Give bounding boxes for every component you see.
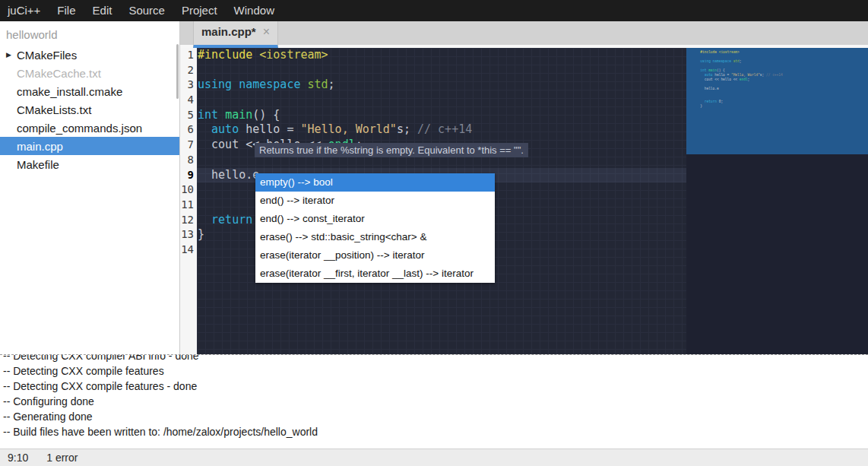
file-label: CMakeLists.txt: [17, 103, 91, 116]
line-number: 4: [180, 93, 197, 108]
output-line: -- Detecting CXX compiler ABI info - don…: [3, 354, 868, 363]
file-label: Makefile: [17, 158, 59, 171]
completion-item[interactable]: erase(iterator __position) --> iterator: [255, 246, 495, 265]
expander-icon[interactable]: ▶: [6, 51, 11, 59]
line-number: 5: [180, 108, 197, 123]
output-line: -- Detecting CXX compile features - done: [3, 379, 868, 394]
menu-item-file[interactable]: File: [49, 0, 84, 21]
line-number-gutter: 1234567891011121314: [180, 48, 197, 354]
completion-item[interactable]: empty() --> bool: [255, 173, 495, 192]
close-icon[interactable]: ×: [263, 26, 270, 38]
line-number: 3: [180, 78, 197, 93]
line-number: 10: [180, 182, 197, 198]
project-name: helloworld: [0, 21, 179, 46]
file-label: compile_commands.json: [17, 122, 142, 135]
build-output: -- Detecting CXX compiler ABI info - don…: [0, 354, 868, 449]
sidebar-item-compile-commands-json[interactable]: compile_commands.json: [0, 119, 179, 137]
status-bar: 9:10 1 error: [0, 449, 868, 466]
line-number: 1: [180, 48, 197, 63]
menu-item-edit[interactable]: Edit: [84, 0, 121, 21]
line-number: 8: [180, 153, 197, 168]
file-tree: ▶CMakeFilesCMakeCache.txtcmake_install.c…: [0, 46, 179, 173]
menu-item-juci-[interactable]: juCi++: [0, 0, 49, 21]
sidebar: helloworld ▶CMakeFilesCMakeCache.txtcmak…: [0, 21, 180, 354]
sidebar-item-makefile[interactable]: Makefile: [0, 155, 179, 173]
line-number: 12: [180, 213, 197, 228]
output-line: -- Generating done: [3, 409, 868, 424]
sidebar-item-main-cpp[interactable]: main.cpp: [0, 137, 179, 155]
code-line-1: #include <iostream>: [197, 48, 686, 63]
code-line-2: [197, 63, 686, 78]
line-number: 14: [180, 243, 197, 258]
tab-main-cpp[interactable]: main.cpp* ×: [193, 21, 278, 48]
file-label: cmake_install.cmake: [17, 85, 122, 98]
line-number: 13: [180, 227, 197, 243]
completion-item[interactable]: end() --> iterator: [255, 192, 495, 210]
tab-bar: main.cpp* ×: [180, 21, 868, 48]
code-line-3: using namespace std;: [197, 78, 686, 93]
sidebar-item-cmakefiles[interactable]: ▶CMakeFiles: [0, 46, 179, 64]
code-line-5: int main() {: [197, 108, 686, 123]
cursor-position: 9:10: [8, 452, 28, 464]
file-label: main.cpp: [17, 140, 63, 153]
sidebar-scrollbar[interactable]: [176, 44, 179, 99]
completion-item[interactable]: erase(iterator __first, iterator __last)…: [255, 265, 495, 283]
code-line-4: [197, 93, 686, 108]
output-line: -- Configuring done: [3, 394, 868, 409]
line-number: 2: [180, 63, 197, 78]
code-line-14: [700, 109, 847, 113]
file-label: CMakeFiles: [17, 49, 77, 62]
sidebar-item-cmakelists-txt[interactable]: CMakeLists.txt: [0, 100, 179, 119]
code-line-6: auto hello = "Hello, World"s; // c++14: [197, 122, 686, 138]
output-line: -- Detecting CXX compile features: [3, 363, 868, 379]
error-count: 1 error: [46, 452, 78, 464]
menu-bar: juCi++FileEditSourceProjectWindow: [0, 0, 868, 21]
output-line: -- Build files have been written to: /ho…: [3, 424, 868, 439]
line-number: 11: [180, 198, 197, 213]
menu-item-project[interactable]: Project: [173, 0, 226, 21]
completion-item[interactable]: erase() --> std::basic_string<char> &: [255, 228, 495, 246]
line-number: 7: [180, 138, 197, 153]
tab-label: main.cpp*: [201, 25, 256, 38]
sidebar-item-cmake-install-cmake[interactable]: cmake_install.cmake: [0, 82, 179, 100]
sidebar-item-cmakecache-txt[interactable]: CMakeCache.txt: [0, 64, 179, 82]
minimap-code: #include <iostream>using namespace std;i…: [700, 50, 847, 113]
doc-tooltip: Returns true if the %string is empty. Eq…: [255, 143, 528, 157]
autocomplete-popup: empty() --> boolend() --> iteratorend() …: [255, 173, 495, 283]
minimap[interactable]: #include <iostream>using namespace std;i…: [686, 48, 868, 354]
editor: 1234567891011121314 #include <iostream>u…: [180, 48, 868, 354]
menu-item-window[interactable]: Window: [226, 0, 283, 21]
line-number: 9: [180, 168, 197, 183]
file-label: CMakeCache.txt: [17, 67, 101, 80]
line-number: 6: [180, 122, 197, 138]
menu-item-source[interactable]: Source: [120, 0, 173, 21]
completion-item[interactable]: end() --> const_iterator: [255, 210, 495, 228]
